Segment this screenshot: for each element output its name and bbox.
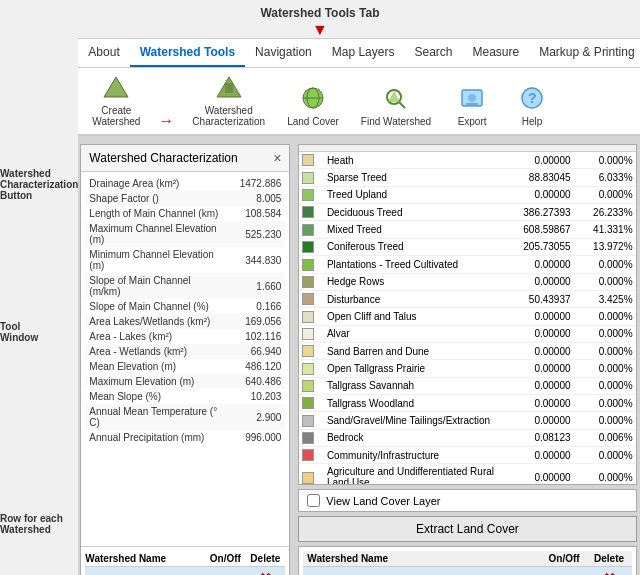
lc-label-cell: Heath [324,152,501,169]
lc-label-cell: Alvar [324,325,501,342]
find-watershed-label: Find Watershed [361,116,431,127]
view-layer-checkbox[interactable] [307,494,320,507]
lc-label-cell: Tallgrass Woodland [324,395,501,412]
list-item: Heath0.000000.000% [299,152,635,169]
land-cover-button[interactable]: Land Cover [281,83,345,130]
watershed-characterization-button[interactable]: Watershed Characterization [186,72,271,130]
right-panel: Heath0.000000.000%Sparse Treed88.830456.… [298,144,636,575]
lc-color-cell [299,186,324,203]
help-icon: ? [518,86,546,114]
table-row: Maximum Channel Elevation (m)525.230 [85,221,285,247]
menu-search[interactable]: Search [404,39,462,67]
row-label: Minimum Channel Elevation (m) [85,247,226,273]
right-ws-container: Watershed Name On/Off Delete Watershed 1… [298,546,636,575]
lc-label-cell: Hedge Rows [324,273,501,290]
window-close-button[interactable]: × [273,150,281,166]
row-label: Mean Elevation (m) [85,359,226,374]
lc-value1-cell: 0.00000 [501,273,574,290]
table-row: Drainage Area (km²)1472.886 [85,176,285,191]
lc-value1-cell: 0.00000 [501,447,574,464]
table-row: Annual Precipitation (mm)996.000 [85,430,285,445]
create-watershed-button[interactable]: Create Watershed [86,72,146,130]
lc-label-cell: Sparse Treed [324,169,501,186]
menu-watershed-tools[interactable]: Watershed Tools [130,39,245,67]
lc-label-cell: Deciduous Treed [324,204,501,221]
list-item: Sand Barren and Dune0.000000.000% [299,342,635,359]
r-ws-row-delete[interactable]: ✖ [587,569,632,575]
lc-label-cell: Sand/Gravel/Mine Tailings/Extraction [324,412,501,429]
menu-about[interactable]: About [78,39,129,67]
r-ws-row-onoff[interactable]: ✔ [542,571,587,576]
export-icon [458,86,486,114]
tool-window-annotation-label: Tool Window [0,321,78,343]
table-row: Mean Elevation (m)486.120 [85,359,285,374]
row-label: Maximum Channel Elevation (m) [85,221,226,247]
export-button[interactable]: Export [447,83,497,130]
lc-color-cell [299,169,324,186]
right-bottom-controls: View Land Cover Layer Extract Land Cover… [298,489,636,575]
menu-navigation[interactable]: Navigation [245,39,322,67]
lc-color-cell [299,342,324,359]
row-label: Slope of Main Channel (%) [85,299,226,314]
menu-bar: About Watershed Tools Navigation Map Lay… [78,38,640,68]
list-item: Disturbance50.439373.425% [299,290,635,307]
lc-value1-cell: 205.73055 [501,238,574,255]
lc-value1-cell: 88.83045 [501,169,574,186]
row-annotation-label: Row for each Watershed [0,513,78,535]
lc-color-cell [299,447,324,464]
help-button[interactable]: ? Help [507,83,557,130]
lc-value1-cell: 50.43937 [501,290,574,307]
lc-value2-cell: 0.000% [574,186,636,203]
list-item: Hedge Rows0.000000.000% [299,273,635,290]
lc-value2-cell: 41.331% [574,221,636,238]
extract-land-cover-button[interactable]: Extract Land Cover [298,516,636,542]
lc-label-cell: Open Cliff and Talus [324,308,501,325]
lc-value1-cell: 0.00000 [501,186,574,203]
table-row: Mean Slope (%)10.203 [85,389,285,404]
find-watershed-button[interactable]: Find Watershed [355,83,437,130]
ws-row-onoff[interactable]: ✔ [205,571,245,576]
lc-value2-cell: 0.000% [574,152,636,169]
svg-text:?: ? [528,90,537,106]
row-value: 0.166 [227,299,286,314]
window-body: Drainage Area (km²)1472.886Shape Factor … [81,172,289,546]
lc-value2-cell: 0.000% [574,412,636,429]
list-item: Open Cliff and Talus0.000000.000% [299,308,635,325]
lc-label-cell: Treed Upland [324,186,501,203]
list-item: Tallgrass Woodland0.000000.000% [299,395,635,412]
menu-markup[interactable]: Markup & Printing [529,39,640,67]
watershed-characterization-icon [215,75,243,103]
lc-label-cell: Community/Infrastructure [324,447,501,464]
tool-window: Watershed Characterization × Drainage Ar… [80,144,290,575]
menu-map-layers[interactable]: Map Layers [322,39,405,67]
lc-color-cell [299,152,324,169]
list-item: Tallgrass Savannah0.000000.000% [299,377,635,394]
ws-header-onoff: On/Off [205,553,245,564]
row-value: 2.900 [227,404,286,430]
lc-value1-cell: 608.59867 [501,221,574,238]
lc-color-cell [299,221,324,238]
table-row: Shape Factor ()8.005 [85,191,285,206]
ws-row-delete[interactable]: ✖ [245,569,285,575]
lc-value2-cell: 0.000% [574,360,636,377]
list-item: Bedrock0.081230.006% [299,429,635,446]
list-item: Open Tallgrass Prairie0.000000.000% [299,360,635,377]
toolbar: Create Watershed → Watershed Characteriz… [78,68,640,136]
table-row: Slope of Main Channel (m/km)1.660 [85,273,285,299]
lc-color-cell [299,238,324,255]
watershed-table-bottom: Watershed Name On/Off Delete Watershed 1… [81,546,289,575]
button-annotation-label: Watershed Characterization Button [0,168,78,201]
table-row: Maximum Elevation (m)640.486 [85,374,285,389]
right-ws-header: Watershed Name On/Off Delete [303,551,631,567]
table-row: Slope of Main Channel (%)0.166 [85,299,285,314]
menu-measure[interactable]: Measure [463,39,530,67]
tab-label: Watershed Tools Tab [0,0,640,22]
lc-label-cell: Plantations - Treed Cultivated [324,256,501,273]
list-item: Community/Infrastructure0.000000.000% [299,447,635,464]
table-row: Minimum Channel Elevation (m)344.830 [85,247,285,273]
table-row: Length of Main Channel (km)108.584 [85,206,285,221]
export-label: Export [458,116,487,127]
create-watershed-icon [102,75,130,103]
lc-color-cell [299,429,324,446]
lc-color-cell [299,395,324,412]
